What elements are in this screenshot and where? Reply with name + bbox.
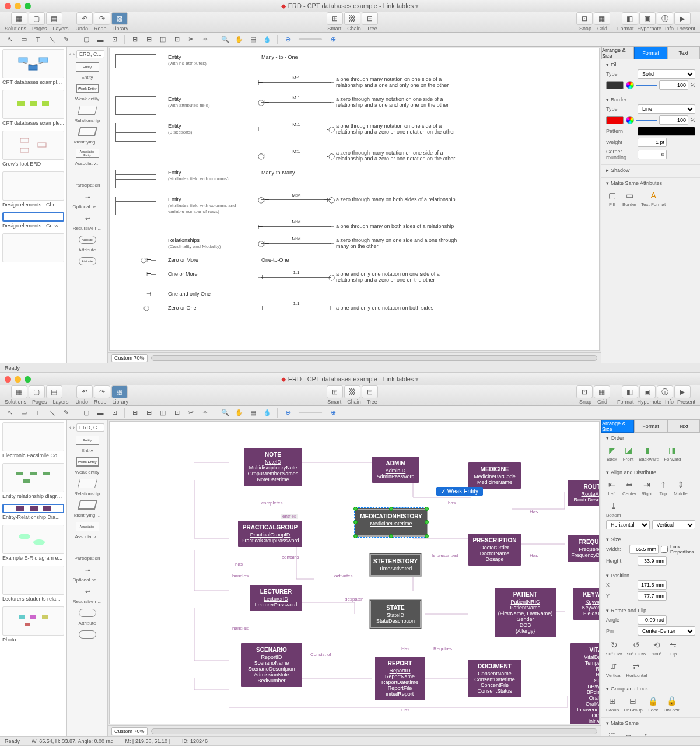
tab-arrange[interactable]: Arrange & Size (601, 420, 634, 433)
fill-opacity-input[interactable] (659, 80, 688, 90)
info-button[interactable]: ⓘ (657, 12, 673, 25)
entity-lecturer[interactable]: LECTURERLecturerIDLecturerPassword (250, 585, 302, 611)
minimize-icon[interactable] (15, 3, 21, 9)
pen-tool-icon[interactable]: ✎ (61, 34, 71, 45)
border-color-swatch[interactable] (606, 116, 624, 124)
entity-keyword[interactable]: KEYWORDKeywordIDKeywordDescFieldsToMap (573, 588, 600, 620)
format-button[interactable]: ◧ (622, 12, 638, 25)
present-button[interactable]: ▶ (674, 12, 691, 25)
rotate-ccw[interactable]: ↺90° CCW (627, 640, 646, 657)
cursor-tool-icon[interactable]: ↖ (5, 34, 15, 45)
tab-format[interactable]: Format (634, 47, 667, 59)
hypernote-button[interactable]: ▣ (639, 12, 656, 25)
entity-note[interactable]: NOTENoteIDMultidisciplinaryNoteGropuMemb… (244, 448, 302, 486)
flip-v[interactable]: ⇵Vertical (606, 661, 621, 678)
ungroup-button[interactable]: ⊟UnGroup (624, 696, 642, 713)
tab-format[interactable]: Format (634, 420, 667, 433)
eyedropper-icon[interactable]: 💧 (262, 34, 272, 45)
zoom-select[interactable]: Custom 70% (111, 727, 148, 735)
angle-input[interactable] (638, 615, 667, 625)
make-same-text[interactable]: AText Format (641, 190, 666, 207)
tab-text[interactable]: Text (667, 47, 700, 59)
lock-proportions[interactable] (661, 546, 668, 553)
zoom-select[interactable]: Custom 70% (111, 354, 148, 362)
chain-button[interactable]: ⛓ (344, 12, 360, 25)
layers-button[interactable]: ▤ (46, 12, 62, 25)
entity-prescription[interactable]: PRESCRIPTIONDoctorOrderDoctorNameDosage (468, 534, 521, 566)
lib-identifying[interactable]: Identifying ... (68, 125, 106, 145)
align-top[interactable]: ⤒Top (657, 479, 669, 496)
align-middle[interactable]: ⇕Middle (674, 479, 688, 496)
grid-button[interactable]: ▦ (594, 12, 610, 25)
entity-admin[interactable]: ADMINAdminIDAdminPassword (372, 457, 419, 483)
lib-entity[interactable]: EntityEntity (68, 61, 106, 80)
group-button[interactable]: ⊞Group (606, 696, 619, 713)
pattern-select[interactable] (638, 127, 695, 136)
align-left[interactable]: ⇤Left (606, 479, 618, 496)
pin-select[interactable]: Center-Center (638, 626, 695, 636)
unlock-button[interactable]: 🔓UnLock (664, 696, 680, 713)
entity-frequency[interactable]: FREQUENCYFrequencyAbbrFrequencyDescripti… (568, 535, 600, 562)
chevron-right-icon[interactable]: › (73, 51, 75, 57)
minimize-icon[interactable] (15, 376, 21, 383)
entity-route[interactable]: ROUTERouteAbbrRouteDescription (568, 480, 600, 506)
maximize-icon[interactable] (24, 376, 31, 383)
y-input[interactable] (638, 591, 667, 601)
lib-relationship[interactable]: Relationship (68, 104, 106, 123)
entity-state[interactable]: STATEStateIDStateDescription (369, 599, 422, 629)
rect-tool-icon[interactable]: ▭ (19, 34, 29, 45)
make-same-size[interactable]: ⬚Size (606, 730, 618, 736)
snap-button[interactable]: ⊡ (576, 12, 593, 25)
send-back[interactable]: ◩Back (606, 445, 618, 462)
zoom-out-icon[interactable]: ⊖ (282, 34, 293, 45)
align-right[interactable]: ⇥Right (641, 479, 653, 496)
entity-scenario[interactable]: SCENARIOReportIDScenarioNameScenarioDesc… (241, 643, 302, 687)
rotate-cw[interactable]: ↻90° CW (606, 640, 622, 657)
undo-button[interactable]: ↶ (76, 12, 93, 25)
lib-optional[interactable]: ⊸Optional pa ... (68, 190, 106, 209)
color-wheel-icon[interactable] (626, 81, 634, 89)
tab-text[interactable]: Text (667, 420, 700, 433)
entity-medicine[interactable]: MEDICINEMedicineBarCodeMedicineName (468, 462, 521, 489)
fill-type-select[interactable]: Solid (638, 69, 695, 79)
hand-tool-icon[interactable]: ✋ (234, 34, 244, 45)
entity-vitals[interactable]: VITALSVitalDatetimeTemperatureRRHRSPOBPs… (570, 643, 600, 724)
smart-button[interactable]: ⊞ (327, 12, 343, 25)
x-input[interactable] (638, 580, 667, 590)
maximize-icon[interactable] (24, 3, 31, 9)
text-tool-icon[interactable]: T (33, 34, 43, 45)
entity-medicationhistory[interactable]: MEDICATIONHISTORYMedicineDatetime (355, 508, 428, 537)
bring-front[interactable]: ◪Front (622, 445, 634, 462)
distribute-h[interactable]: Horizontal (606, 520, 650, 529)
lib-recursive[interactable]: ↩Recursive r ... (68, 212, 106, 231)
rotate-180[interactable]: ⟲180° (651, 640, 663, 657)
hscroll[interactable] (151, 728, 597, 734)
tab-arrange[interactable]: Arrange & Size (601, 47, 634, 59)
distribute-v[interactable]: Vertical (652, 520, 696, 529)
zoom-slider[interactable] (299, 38, 322, 40)
corner-input[interactable] (638, 150, 667, 159)
entity-document[interactable]: DOCUMENTConsentNameConsentDatetimeConcen… (468, 660, 521, 697)
color-wheel-icon[interactable] (626, 116, 634, 124)
close-icon[interactable] (5, 3, 11, 9)
flip[interactable]: ⇋Flip (667, 640, 679, 657)
align-bottom[interactable]: ⤓Bottom (606, 501, 621, 518)
align-center[interactable]: ⇔Center (622, 479, 636, 496)
height-input[interactable] (638, 556, 667, 566)
lib-associative[interactable]: Associative EntityAssociativ... (68, 147, 106, 166)
redo-button[interactable]: ↷ (94, 12, 110, 25)
make-same-border[interactable]: ▭Border (622, 190, 636, 207)
fill-color-swatch[interactable] (606, 81, 624, 89)
hscroll[interactable] (151, 355, 597, 361)
zoom-in-icon[interactable]: ⊕ (328, 34, 338, 45)
weight-input[interactable] (638, 138, 667, 147)
search-icon[interactable]: 🔍 (220, 34, 230, 45)
lib-attribute[interactable]: AttributeAttribute (68, 233, 106, 252)
lock-button[interactable]: 🔒Lock (648, 696, 659, 713)
pages-button[interactable]: ▢ (29, 12, 45, 25)
make-same-height[interactable]: ↕Height (639, 730, 652, 736)
close-icon[interactable] (5, 376, 11, 383)
width-input[interactable] (629, 545, 659, 554)
make-same-width[interactable]: ↔Width (622, 730, 634, 736)
send-backward[interactable]: ◧Backward (639, 445, 659, 462)
